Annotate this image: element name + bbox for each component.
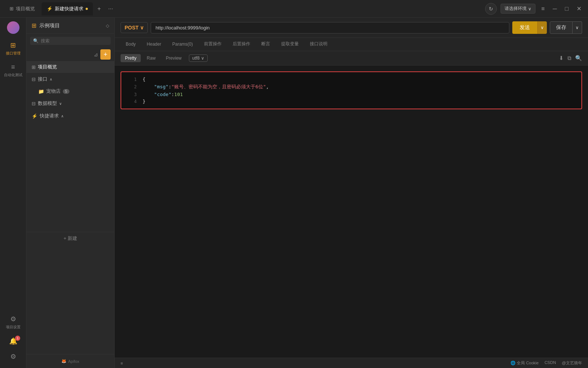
global-cookie-label[interactable]: 🌐 全局 Cookie	[510, 360, 538, 366]
line-number-3: 3	[126, 92, 137, 97]
project-title: 示例项目	[39, 22, 103, 29]
filter-button[interactable]: ⊿	[94, 52, 98, 57]
nav-item-petstore[interactable]: 📁 宠物店 5	[26, 85, 114, 97]
request-bar: POST ∨ 发送 ∨ 保存 ∨	[115, 18, 588, 38]
search-input[interactable]	[41, 38, 108, 43]
code-line-4: 4 }	[121, 98, 581, 105]
line-number-2: 2	[126, 84, 137, 89]
avatar[interactable]	[7, 21, 19, 34]
new-request-tab-icon: ⚡	[47, 6, 53, 11]
response-code-view: 1 { 2 "msg" : "账号、密码不能为空，且密码必须大于6位" , 3	[121, 71, 582, 109]
line-number-4: 4	[126, 99, 137, 104]
response-body: 1 { 2 "msg" : "账号、密码不能为空，且密码必须大于6位" , 3	[115, 66, 588, 358]
data-model-chevron-icon: ∨	[59, 102, 62, 106]
tab-extract-vars[interactable]: 提取变量	[276, 38, 304, 51]
download-button[interactable]: ⬇	[559, 55, 564, 61]
search-bar[interactable]: 🔍	[30, 37, 111, 45]
code-line-1: 1 {	[121, 76, 581, 83]
new-item-button[interactable]: + 新建	[26, 232, 114, 245]
code-comma-1: ,	[266, 84, 269, 89]
tab-params[interactable]: Params(0)	[167, 39, 198, 50]
env-select-label: 请选择环境	[505, 6, 527, 12]
sidebar-item-automation[interactable]: ≡ 自动化测试	[0, 60, 26, 81]
send-button-group: 发送 ∨	[512, 21, 547, 34]
save-button-group: 保存 ∨	[550, 21, 582, 34]
project-dropdown-icon[interactable]: ◇	[106, 23, 109, 28]
encoding-chevron-icon: ∨	[201, 56, 204, 61]
request-tabs: Body Header Params(0) 前置操作 后置操作 断言 提取变量 …	[115, 38, 588, 51]
send-dropdown-button[interactable]: ∨	[537, 21, 547, 34]
maximize-button[interactable]: □	[563, 4, 571, 14]
encoding-select[interactable]: utf8 ∨	[189, 54, 208, 62]
sidebar-icons: ⊞ 接口管理 ≡ 自动化测试 ⚙ 项目设置 🔔 1 ⚙	[0, 18, 26, 368]
sidebar-item-notifications[interactable]: 🔔 1	[0, 333, 26, 349]
api-manage-label: 接口管理	[6, 51, 21, 56]
code-line-2: 2 "msg" : "账号、密码不能为空，且密码必须大于6位" ,	[121, 83, 581, 91]
search-icon: 🔍	[33, 38, 39, 43]
save-button[interactable]: 保存	[550, 21, 573, 34]
search-button[interactable]: 🔍	[575, 55, 582, 61]
code-line-3: 3 "code" : 101	[121, 91, 581, 98]
csdn-link[interactable]: CSDN	[545, 360, 556, 366]
method-select[interactable]: POST ∨	[121, 22, 148, 33]
sidebar-nav: ⊞ 示例项目 ◇ 🔍 ⊿ + ⊞ 项目概览 ⊟ 接口 ∧ 📁 宠物店 5	[26, 18, 115, 368]
quick-requests-icon: ⚡	[32, 113, 37, 119]
interfaces-icon: ⊟	[32, 77, 36, 82]
code-value-code: 101	[174, 92, 183, 97]
title-bar-right: ↻ 请选择环境 ∨ ≡ ─ □ ✕	[485, 3, 584, 15]
interfaces-label: 接口	[38, 76, 47, 82]
status-bar-right: 🌐 全局 Cookie CSDN @文艺骑年	[510, 360, 582, 366]
tab-post-actions[interactable]: 后置操作	[227, 38, 255, 51]
line-number-1: 1	[126, 77, 137, 82]
nav-section-data-model[interactable]: ⊟ 数据模型 ∨	[26, 97, 114, 110]
send-button[interactable]: 发送	[512, 21, 537, 34]
project-icon: ⊞	[32, 22, 36, 29]
nav-section-quick-requests[interactable]: ⚡ 快捷请求 ∧	[26, 110, 114, 122]
author-label: @文艺骑年	[562, 360, 582, 366]
tab-pre-actions[interactable]: 前置操作	[199, 38, 227, 51]
tab-body[interactable]: Body	[121, 39, 141, 50]
tab-api-docs[interactable]: 接口说明	[305, 38, 333, 51]
resp-tab-pretty[interactable]: Pretty	[121, 54, 141, 62]
nav-section-interfaces[interactable]: ⊟ 接口 ∧	[26, 73, 114, 85]
code-key-msg: "msg"	[143, 84, 168, 89]
code-colon-2: :	[171, 92, 174, 97]
refresh-button[interactable]: ↻	[485, 3, 497, 15]
main-content: POST ∨ 发送 ∨ 保存 ∨ Body Header Params(0) 前…	[115, 18, 588, 368]
quick-requests-label: 快捷请求	[40, 113, 59, 119]
sidebar-item-project-settings[interactable]: ⚙ 项目设置	[6, 311, 21, 333]
copy-button[interactable]: ⧉	[567, 55, 571, 61]
add-tab-button[interactable]: +	[94, 4, 104, 14]
add-button[interactable]: +	[100, 49, 111, 60]
status-bar-left: ≡	[121, 361, 123, 365]
save-dropdown-button[interactable]: ∨	[573, 21, 582, 34]
nav-item-overview[interactable]: ⊞ 项目概览	[26, 61, 114, 73]
environment-select[interactable]: 请选择环境 ∨	[501, 4, 535, 14]
apifox-label: Apifox	[68, 359, 79, 364]
tab-new-request[interactable]: ⚡ 新建快捷请求	[42, 2, 93, 15]
sidebar-item-settings[interactable]: ⚙	[0, 349, 26, 364]
url-input[interactable]	[151, 22, 509, 33]
minimize-button[interactable]: ─	[551, 4, 559, 14]
sidebar-item-api-manage[interactable]: ⊞ 接口管理	[0, 38, 26, 60]
tab-header[interactable]: Header	[141, 39, 166, 50]
code-value-msg: "账号、密码不能为空，且密码必须大于6位"	[171, 84, 266, 90]
resp-tab-preview[interactable]: Preview	[161, 54, 186, 62]
petstore-badge: 5	[63, 89, 69, 94]
tab-overview[interactable]: ⊞ 项目概览	[4, 2, 40, 15]
project-settings-icon: ⚙	[10, 315, 16, 323]
code-close-brace: }	[143, 99, 146, 104]
data-model-icon: ⊟	[32, 101, 36, 106]
close-button[interactable]: ✕	[574, 4, 584, 14]
code-colon-1: :	[168, 84, 171, 89]
response-tabs-row: Pretty Raw Preview utf8 ∨ ⬇ ⧉ 🔍	[115, 51, 588, 66]
resp-tab-raw[interactable]: Raw	[142, 54, 160, 62]
menu-button[interactable]: ≡	[539, 4, 547, 14]
tab-assertions[interactable]: 断言	[256, 38, 275, 51]
sidebar-toolbar: ⊿ +	[26, 48, 114, 61]
overview-tab-label: 项目概览	[16, 6, 35, 12]
apifox-branding: 🦊 Apifox	[26, 354, 114, 368]
more-tabs-button[interactable]: ···	[105, 4, 116, 14]
quick-requests-chevron-icon: ∧	[61, 114, 64, 118]
settings-icon: ⚙	[10, 353, 16, 361]
